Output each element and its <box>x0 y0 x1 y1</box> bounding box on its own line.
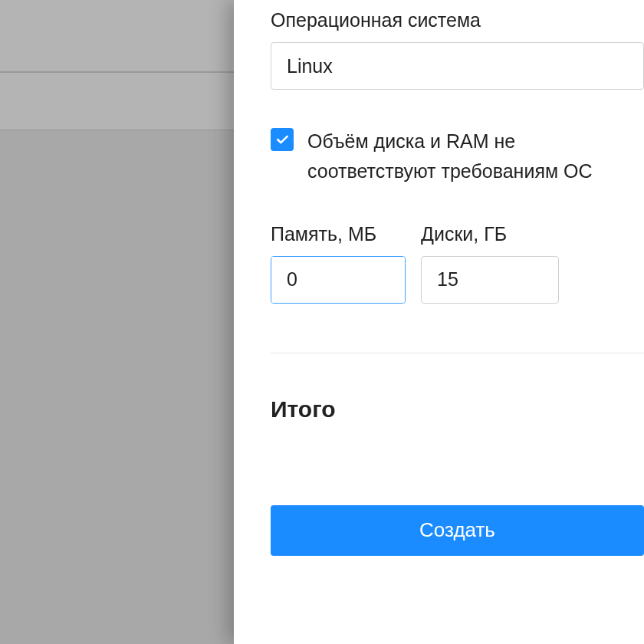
disk-label: Диски, ГБ <box>421 223 559 245</box>
create-panel: Операционная система Linux Объём диска и… <box>234 0 644 644</box>
disk-ram-warning-label: Объём диска и RAM не соответствуют требо… <box>307 127 644 186</box>
disk-ram-warning-checkbox[interactable] <box>271 128 294 151</box>
create-button-label: Создать <box>419 518 495 542</box>
os-label: Операционная система <box>271 9 644 31</box>
modal-backdrop <box>0 0 234 644</box>
resource-inputs: Память, МБ Диски, <box>271 223 644 304</box>
divider <box>271 353 644 353</box>
disk-col: Диски, ГБ <box>421 223 559 304</box>
disk-input[interactable] <box>421 256 559 304</box>
memory-col: Память, МБ <box>271 223 406 304</box>
os-select[interactable]: Linux <box>271 42 644 90</box>
create-button[interactable]: Создать <box>271 505 644 556</box>
os-selected-value: Linux <box>287 55 333 77</box>
memory-input[interactable] <box>271 257 406 303</box>
memory-label: Память, МБ <box>271 223 406 245</box>
disk-ram-warning-row: Объём диска и RAM не соответствуют требо… <box>271 127 644 186</box>
backdrop-row <box>0 0 234 72</box>
total-label: Итого <box>271 396 644 422</box>
backdrop-row <box>0 72 234 130</box>
memory-stepper <box>271 256 406 304</box>
check-icon <box>274 132 290 147</box>
